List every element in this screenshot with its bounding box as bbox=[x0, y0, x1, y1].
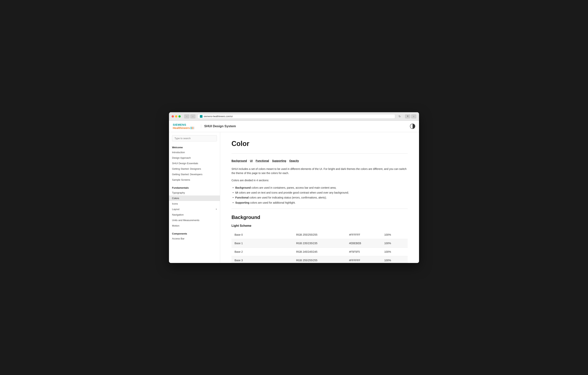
nav-item-introduction[interactable]: Introduction bbox=[169, 150, 220, 155]
nav-item-sample-screens[interactable]: Sample Screens bbox=[169, 177, 220, 183]
dot-2 bbox=[192, 127, 193, 128]
back-button[interactable]: ‹ bbox=[184, 114, 189, 119]
logo-dots bbox=[190, 127, 194, 129]
description-para-2: Colors are divided in 4 sections: bbox=[231, 178, 408, 182]
nav-item-icons[interactable]: Icons bbox=[169, 201, 220, 207]
reload-button[interactable]: ↻ bbox=[397, 114, 402, 119]
app-title: SHUI Design System bbox=[201, 124, 236, 128]
bullet-supporting-text: colors are used for additional highlight… bbox=[250, 201, 296, 204]
browser-window: ‹ › siemens-healthineers.com/ui ↻ ⬆ + SI… bbox=[169, 112, 419, 263]
traffic-light-minimize[interactable] bbox=[175, 115, 177, 118]
dot-5 bbox=[192, 128, 193, 129]
breadcrumb-supporting[interactable]: Supporting bbox=[272, 159, 286, 162]
dot-4 bbox=[190, 128, 191, 129]
healthineers-logo: Healthineers bbox=[173, 126, 194, 130]
traffic-lights bbox=[172, 115, 181, 118]
bullet-background-term: Background bbox=[235, 186, 251, 189]
bullet-supporting-term: Supporting bbox=[235, 201, 250, 204]
bullet-functional-text: colors are used for indicating status (e… bbox=[250, 196, 326, 199]
app-container: SIEMENS Healthineers SHUI Design System bbox=[169, 121, 419, 263]
breadcrumb-sep-3: · bbox=[270, 159, 271, 162]
nav-item-units[interactable]: Units and Measurements bbox=[169, 218, 220, 223]
search-input[interactable] bbox=[172, 135, 217, 142]
traffic-light-maximize[interactable] bbox=[178, 115, 181, 118]
background-section-title: Background bbox=[231, 214, 408, 220]
color-hex-base2: #F5F5F5 bbox=[346, 248, 381, 256]
nav-section-components: Components bbox=[169, 231, 220, 236]
address-bar[interactable]: siemens-healthineers.com/ui bbox=[197, 114, 395, 119]
nav-item-shui-essentials[interactable]: SHUI Design Essentials bbox=[169, 161, 220, 166]
new-tab-button[interactable]: + bbox=[411, 114, 416, 119]
section-gap-1 bbox=[169, 183, 220, 185]
nav-item-access-bar[interactable]: Access Bar bbox=[169, 236, 220, 241]
bullet-ui: UI colors are used on text and icons and… bbox=[231, 190, 408, 195]
bullet-ui-text: colors are used on text and icons and pr… bbox=[239, 191, 349, 194]
dot-1 bbox=[190, 127, 191, 128]
favicon bbox=[200, 115, 202, 118]
nav-item-motion[interactable]: Motion bbox=[169, 223, 220, 229]
url-text: siemens-healthineers.com/ui bbox=[204, 115, 233, 118]
breadcrumb-sep-2: · bbox=[254, 159, 255, 162]
bullet-list: Background colors are used in containers… bbox=[231, 186, 408, 205]
bullet-background-text: colors are used in containers, panes, ac… bbox=[252, 186, 336, 189]
bullet-functional: Functional colors are used for indicatin… bbox=[231, 196, 408, 200]
color-name-base2: Base 2 bbox=[231, 248, 293, 256]
bullet-ui-term: UI bbox=[235, 191, 238, 194]
nav-section-welcome: Welcome bbox=[169, 144, 220, 150]
nav-item-layout[interactable]: Layout ▾ bbox=[169, 207, 220, 212]
siemens-logo-text: SIEMENS bbox=[173, 123, 194, 126]
main-layout: Welcome Introduction Design Approach SHU… bbox=[169, 132, 419, 263]
logo-area: SIEMENS Healthineers bbox=[173, 123, 194, 130]
theme-toggle-button[interactable] bbox=[410, 124, 415, 129]
main-content: Color Background · UI · Functional · Sup… bbox=[220, 132, 419, 263]
breadcrumb-functional[interactable]: Functional bbox=[256, 159, 269, 162]
color-opacity-base3: 100% bbox=[381, 256, 408, 263]
chevron-down-icon: ▾ bbox=[216, 208, 217, 210]
title-divider bbox=[231, 153, 408, 154]
dot-6 bbox=[193, 128, 194, 129]
breadcrumb-background[interactable]: Background bbox=[231, 159, 247, 162]
breadcrumb-sep-1: · bbox=[248, 159, 249, 162]
color-name-base0: Base 0 bbox=[231, 231, 293, 239]
forward-button[interactable]: › bbox=[190, 114, 196, 119]
color-hex-base3: #FFFFFF bbox=[346, 256, 381, 263]
nav-item-getting-started-designers[interactable]: Getting Started: Designers bbox=[169, 166, 220, 172]
table-row: Base 3 RGB 255/255/255 #FFFFFF 100% bbox=[231, 256, 408, 263]
color-rgb-base3: RGB 255/255/255 bbox=[293, 256, 346, 263]
nav-item-design-approach[interactable]: Design Approach bbox=[169, 155, 220, 161]
nav-item-getting-started-developers[interactable]: Getting Started: Developers bbox=[169, 172, 220, 177]
color-opacity-base0: 100% bbox=[381, 231, 408, 239]
color-hex-base1: #EBEBEB bbox=[346, 239, 381, 248]
dot-3 bbox=[193, 127, 194, 128]
nav-item-navigation[interactable]: Navigation bbox=[169, 212, 220, 218]
breadcrumb-ui[interactable]: UI bbox=[250, 159, 253, 162]
background-section-divider bbox=[231, 209, 408, 209]
nav-section-fundamentals: Fundamentals bbox=[169, 185, 220, 190]
breadcrumb-nav: Background · UI · Functional · Supportin… bbox=[231, 159, 408, 162]
color-name-base3: Base 3 bbox=[231, 256, 293, 263]
bullet-background: Background colors are used in containers… bbox=[231, 186, 408, 190]
color-name-base1: Base 1 bbox=[231, 239, 293, 248]
light-scheme-title: Light Scheme bbox=[231, 224, 408, 228]
nav-item-layout-label: Layout bbox=[172, 208, 179, 211]
color-opacity-base2: 100% bbox=[381, 248, 408, 256]
table-row: Base 1 RGB 235/235/235 #EBEBEB 100% bbox=[231, 239, 408, 248]
nav-item-typography[interactable]: Typography bbox=[169, 190, 220, 196]
traffic-light-close[interactable] bbox=[172, 115, 174, 118]
share-button[interactable]: ⬆ bbox=[405, 114, 410, 119]
browser-chrome: ‹ › siemens-healthineers.com/ui ↻ ⬆ + bbox=[169, 112, 419, 121]
bullet-functional-term: Functional bbox=[235, 196, 249, 199]
table-row: Base 0 RGB 255/255/255 #FFFFFF 100% bbox=[231, 231, 408, 239]
browser-actions: ⬆ + bbox=[405, 114, 416, 119]
color-rgb-base0: RGB 255/255/255 bbox=[293, 231, 346, 239]
breadcrumb-opacity[interactable]: Opacity bbox=[289, 159, 299, 162]
app-header: SIEMENS Healthineers SHUI Design System bbox=[169, 121, 419, 132]
color-rgb-base1: RGB 235/235/235 bbox=[293, 239, 346, 248]
nav-item-colors[interactable]: Colors bbox=[169, 196, 220, 201]
table-row: Base 2 RGB 245/245/245 #F5F5F5 100% bbox=[231, 248, 408, 256]
bullet-supporting: Supporting colors are used for additiona… bbox=[231, 201, 408, 205]
healthineers-logo-text: Healthineers bbox=[173, 126, 190, 130]
color-rgb-base2: RGB 245/245/245 bbox=[293, 248, 346, 256]
color-hex-base0: #FFFFFF bbox=[346, 231, 381, 239]
sidebar: Welcome Introduction Design Approach SHU… bbox=[169, 132, 220, 263]
